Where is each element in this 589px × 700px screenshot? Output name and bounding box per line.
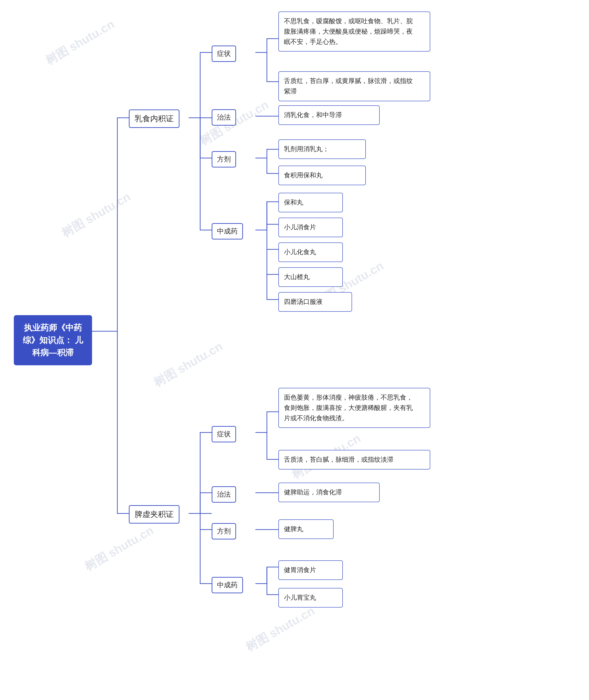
l3-zhifa-2-1: 健脾助运，消食化滞 [278,483,380,502]
l2-node-zhifa-1: 治法 [212,109,236,126]
l3-zhengzhuang-1-2: 舌质红，苔白厚，或黄厚腻，脉弦滑，或指纹紫滞 [278,71,430,101]
l3-zhengzhuang-2-2: 舌质淡，苔白腻，脉细滑，或指纹淡滞 [278,450,430,469]
l3-zhengzhuang-1-1: 不思乳食，嗳腐酸馊，或呕吐食物、乳片、脘腹胀满疼痛，大便酸臭或便秘，烦躁啼哭，夜… [278,11,430,51]
l3-zhongchengyao-1-1: 保和丸 [278,193,343,212]
l3-zhifa-1-1: 消乳化食，和中导滞 [278,105,380,125]
l3-zhongchengyao-1-5: 四磨汤口服液 [278,292,352,312]
watermark: 树图 shutu.cn [151,338,225,391]
watermark: 树图 shutu.cn [59,189,134,241]
l2-node-zhifa-2: 治法 [212,486,236,503]
l3-fangji-1-1: 乳剂用消乳丸； [278,140,366,159]
l3-zhongchengyao-1-3: 小儿化食丸 [278,242,343,262]
watermark: 树图 shutu.cn [243,603,318,655]
l3-zhongchengyao-1-2: 小儿消食片 [278,218,343,237]
l3-zhongchengyao-1-4: 大山楂丸 [278,267,343,287]
l2-node-fangji-2: 方剂 [212,523,236,539]
diagram-container: 树图 shutu.cn 树图 shutu.cn 树图 shutu.cn 树图 s… [0,0,589,700]
watermark: 树图 shutu.cn [42,16,117,69]
root-node: 执业药师《中药综》知识点： 儿科病—积滞 [14,315,92,365]
l2-node-zhengzhuang-2: 症状 [212,426,236,442]
l3-fangji-2-1: 健脾丸 [278,519,334,539]
l1-node-rushipneiji: 乳食内积证 [129,109,179,128]
l1-node-pixujiaiji: 脾虚夹积证 [129,505,179,523]
l3-fangji-1-2: 食积用保和丸 [278,166,366,185]
l2-node-zhongchengyao-1: 中成药 [212,223,243,239]
l3-zhengzhuang-2-1: 面色萎黄，形体消瘦，神疲肢倦，不思乳食，食则饱胀，腹满喜按，大便溏稀酸腥，夹有乳… [278,388,430,428]
l3-zhongchengyao-2-2: 小儿胃宝丸 [278,588,343,608]
l2-node-zhongchengyao-2: 中成药 [212,577,243,593]
l3-zhongchengyao-2-1: 健胃消食片 [278,560,343,580]
l2-node-zhengzhuang-1: 症状 [212,45,236,62]
watermark: 树图 shutu.cn [82,522,157,575]
l2-node-fangji-1: 方剂 [212,151,236,168]
